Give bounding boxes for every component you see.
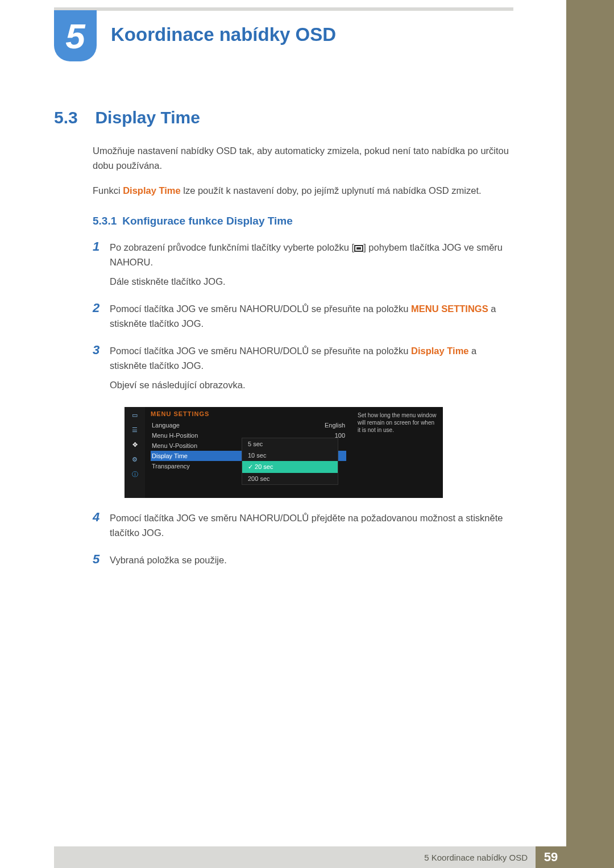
step-4: 4 Pomocí tlačítka JOG ve směru NAHORU/DO… [93, 510, 513, 545]
osd-main-panel: MENU SETTINGS Language English Menu H-Po… [145, 407, 352, 498]
section-heading: 5.3 Display Time [54, 108, 513, 127]
intro2-accent: Display Time [123, 185, 181, 196]
step1-text-a: Po zobrazení průvodce funkčními tlačítky… [110, 242, 354, 252]
page-footer: 5 Koordinace nabídky OSD 59 [54, 846, 566, 868]
step-body: Vybraná položka se použije. [110, 553, 513, 572]
intro2-prefix: Funkci [93, 185, 123, 196]
osd-popup-option-selected: 20 sec [242, 461, 338, 473]
move-icon: ✥ [129, 440, 140, 449]
chapter-number: 5 [65, 16, 85, 56]
step-1: 1 Po zobrazení průvodce funkčními tlačít… [93, 240, 513, 293]
step3-text-a: Pomocí tlačítka JOG ve směru NAHORU/DOLŮ… [110, 346, 411, 356]
section-number: 5.3 [54, 108, 93, 127]
osd-screenshot: ▭ ☰ ✥ ⚙ ⓘ MENU SETTINGS Language English… [125, 407, 443, 498]
step-number: 4 [93, 510, 110, 545]
right-side-stripe [566, 0, 614, 868]
osd-help-text: Set how long the menu window will remain… [352, 407, 443, 498]
chapter-number-tab: 5 [54, 10, 97, 61]
step-body: Pomocí tlačítka JOG ve směru NAHORU/DOLŮ… [110, 510, 513, 545]
step4-text: Pomocí tlačítka JOG ve směru NAHORU/DOLŮ… [110, 510, 513, 540]
osd-row-label: Display Time [152, 452, 188, 459]
step-number: 2 [93, 301, 110, 335]
subsection-heading: 5.3.1Konfigurace funkce Display Time [93, 215, 513, 227]
osd-row-label: Menu V-Position [152, 442, 197, 449]
step-2: 2 Pomocí tlačítka JOG ve směru NAHORU/DO… [93, 301, 513, 335]
osd-row-language: Language English [151, 420, 346, 430]
step3-accent: Display Time [411, 346, 469, 356]
page: 5 Koordinace nabídky OSD 5.3 Display Tim… [0, 0, 614, 868]
osd-sidebar: ▭ ☰ ✥ ⚙ ⓘ [125, 407, 145, 498]
step3-text-2: Objeví se následující obrazovka. [110, 377, 513, 392]
section-intro-1: Umožňuje nastavení nabídky OSD tak, aby … [93, 143, 513, 173]
menu-icon [354, 245, 363, 252]
step5-text: Vybraná položka se použije. [110, 553, 513, 567]
step-5: 5 Vybraná položka se použije. [93, 553, 513, 572]
step2-accent: MENU SETTINGS [411, 304, 488, 314]
step1-text-2: Dále stiskněte tlačítko JOG. [110, 274, 513, 289]
step-number: 5 [93, 553, 110, 572]
osd-popup-option: 5 sec [242, 438, 338, 450]
gear-icon: ⚙ [129, 455, 140, 464]
osd-popup-option: 200 sec [242, 473, 338, 484]
step-number: 3 [93, 343, 110, 397]
subsection-title: Konfigurace funkce Display Time [122, 215, 293, 227]
osd-popup: 5 sec 10 sec 20 sec 200 sec [242, 438, 338, 485]
footer-chapter-label: 5 Koordinace nabídky OSD [54, 846, 536, 868]
list-icon: ☰ [129, 425, 140, 434]
step-body: Pomocí tlačítka JOG ve směru NAHORU/DOLŮ… [110, 301, 513, 335]
chapter-title: Koordinace nabídky OSD [111, 24, 336, 45]
content-area: 5.3 Display Time Umožňuje nastavení nabí… [54, 108, 513, 580]
subsection-number: 5.3.1 [93, 215, 117, 227]
osd-row-label: Language [152, 422, 180, 429]
monitor-icon: ▭ [129, 410, 140, 420]
section-title: Display Time [95, 108, 200, 127]
info-icon: ⓘ [129, 470, 140, 479]
osd-title: MENU SETTINGS [151, 410, 346, 417]
intro2-suffix: lze použít k nastavení doby, po jejímž u… [181, 185, 482, 196]
osd-row-label: Menu H-Position [152, 432, 198, 439]
footer-page-number: 59 [536, 846, 566, 868]
top-gray-bar [54, 7, 513, 11]
osd-row-label: Transparency [152, 463, 190, 470]
step-number: 1 [93, 240, 110, 293]
step-body: Po zobrazení průvodce funkčními tlačítky… [110, 240, 513, 293]
step-body: Pomocí tlačítka JOG ve směru NAHORU/DOLŮ… [110, 343, 513, 397]
step2-text-a: Pomocí tlačítka JOG ve směru NAHORU/DOLŮ… [110, 304, 411, 314]
section-intro-2: Funkci Display Time lze použít k nastave… [93, 183, 513, 198]
osd-popup-option: 10 sec [242, 450, 338, 461]
step-3: 3 Pomocí tlačítka JOG ve směru NAHORU/DO… [93, 343, 513, 397]
osd-row-value: English [325, 422, 345, 429]
